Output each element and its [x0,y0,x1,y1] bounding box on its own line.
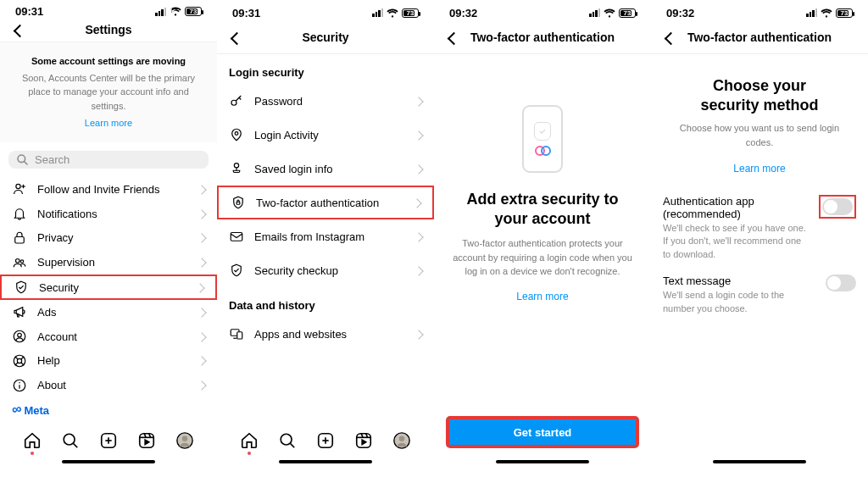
svg-rect-33 [236,202,240,204]
chevron-right-icon [198,354,205,367]
chevron-right-icon [198,256,205,269]
svg-point-18 [19,382,20,384]
tab-reels[interactable] [354,431,373,450]
back-button[interactable] [658,20,683,53]
tab-profile[interactable] [392,431,411,450]
security-item-saved-login[interactable]: Saved login info [217,152,434,186]
row-label: Apps and websites [254,328,405,341]
get-started-button[interactable]: Get started [446,416,639,448]
chevron-left-icon [449,26,459,48]
shield-lock-icon [231,195,246,210]
page-title: Two-factor authentication [470,31,615,44]
settings-item-about[interactable]: About [0,373,217,397]
tab-create[interactable] [316,431,335,450]
chevron-right-icon [415,129,422,141]
security-item-emails[interactable]: Emails from Instagram [217,219,434,253]
svg-point-31 [235,132,238,136]
notification-dot-icon [248,452,251,455]
chevron-right-icon [198,330,205,343]
row-label: Supervision [37,256,188,269]
chevron-right-icon [198,379,205,391]
chevron-right-icon [198,208,205,220]
svg-line-13 [21,357,24,359]
security-item-apps-websites[interactable]: Apps and websites [217,317,434,351]
home-indicator [651,460,868,477]
chevron-right-icon [414,197,420,209]
page-title: Two-factor authentication [687,31,832,44]
tab-profile[interactable] [175,431,194,450]
back-button[interactable] [7,18,32,42]
home-indicator [434,460,651,477]
svg-rect-36 [237,332,242,339]
add-person-icon [12,181,27,197]
chevron-left-icon [232,26,242,48]
status-bar: 09:31 73 [217,0,434,20]
cellular-icon [372,8,383,17]
settings-item-privacy[interactable]: Privacy [0,226,217,251]
chevron-right-icon [198,183,205,196]
security-item-login-activity[interactable]: Login Activity [217,118,434,152]
svg-point-19 [64,434,75,445]
row-label: Saved login info [254,163,405,175]
settings-item-notifications[interactable]: Notifications [0,202,217,226]
svg-point-7 [20,259,23,262]
option-text-message[interactable]: Text message We'll send a login code to … [651,269,868,324]
row-label: Privacy [37,231,188,244]
wifi-icon [170,7,181,16]
screen-2fa-intro: 09:32 73 Two-factor authentication Add e… [434,0,651,477]
cellular-icon [589,8,600,17]
tab-search[interactable] [61,431,80,450]
nav-header: Security [217,20,434,54]
devices-icon [229,326,244,341]
svg-line-12 [15,357,18,359]
chevron-right-icon [197,281,203,294]
svg-point-2 [16,185,20,189]
screen-security: 09:31 73 Security Login security Passwor… [217,0,434,477]
bell-icon [12,206,27,221]
security-item-checkup[interactable]: Security checkup [217,253,434,287]
wifi-icon [604,8,615,18]
learn-more-link[interactable]: Learn more [668,163,851,175]
svg-line-15 [21,363,24,365]
choose-heading: Choose yoursecurity method [668,76,851,114]
tab-create[interactable] [99,431,118,450]
row-label: Login Activity [254,129,405,141]
row-label: Ads [37,306,188,319]
back-button[interactable] [441,20,466,53]
settings-item-help[interactable]: Help [0,348,217,373]
rings-icon [535,146,551,156]
tab-reels[interactable] [137,431,156,450]
shield-check-icon [229,263,244,278]
settings-item-supervision[interactable]: Supervision [0,250,217,275]
chevron-right-icon [198,306,205,319]
tab-search[interactable] [278,431,297,450]
chevron-right-icon [415,328,422,341]
row-label: Two-factor authentication [256,197,403,209]
security-item-two-factor[interactable]: Two-factor authentication [217,186,434,219]
settings-item-follow-invite[interactable]: Follow and Invite Friends [0,177,217,202]
key-icon [229,93,244,108]
intro-body: Two-factor authentication protects your … [449,236,636,279]
learn-more-link[interactable]: Learn more [449,291,636,302]
tab-home[interactable] [23,431,42,450]
row-label: Security [39,281,186,294]
tab-home[interactable] [240,431,259,450]
auth-app-toggle[interactable] [822,198,853,215]
security-item-password[interactable]: Password [217,84,434,118]
settings-item-security[interactable]: Security [0,275,217,300]
chevron-right-icon [415,95,422,108]
banner-learn-more-link[interactable]: Learn more [12,116,205,130]
row-label: Account [37,330,188,343]
banner-body: Soon, Accounts Center will be the primar… [12,71,205,114]
settings-item-account[interactable]: Account [0,324,217,349]
row-label: Help [37,354,188,367]
option-auth-app[interactable]: Authentication app (recommended) We'll c… [651,190,868,269]
chevron-right-icon [415,264,422,277]
meta-infinity-icon: ∞ [11,401,23,418]
search-input[interactable]: Search [8,151,209,169]
text-message-toggle[interactable] [826,275,856,291]
settings-item-ads[interactable]: Ads [0,300,217,324]
row-label: About [37,379,188,391]
svg-point-30 [231,100,236,105]
back-button[interactable] [224,20,249,53]
